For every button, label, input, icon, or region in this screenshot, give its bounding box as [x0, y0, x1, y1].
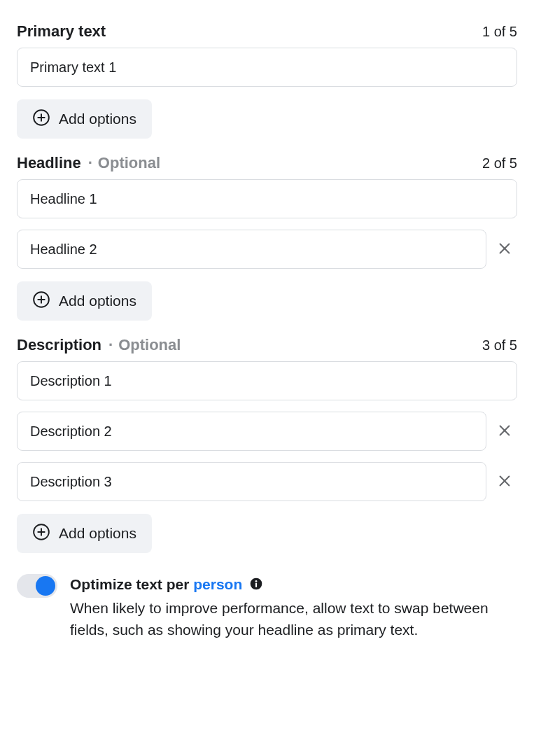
primary-text-counter: 1 of 5: [482, 24, 517, 40]
close-icon: [497, 241, 512, 258]
add-options-label: Add options: [59, 525, 136, 542]
close-icon: [497, 473, 512, 491]
plus-circle-icon: [32, 523, 50, 545]
headline-label: Headline: [17, 154, 81, 172]
close-icon: [497, 423, 512, 440]
description-input-3[interactable]: [17, 462, 486, 501]
add-options-label: Add options: [59, 293, 136, 309]
description-optional-label: Optional: [118, 336, 181, 354]
svg-point-16: [255, 580, 258, 582]
primary-text-input-1[interactable]: [17, 48, 517, 87]
headline-remove-button-2[interactable]: [492, 237, 517, 262]
description-header: Description · Optional 3 of 5: [17, 336, 517, 354]
headline-input-2[interactable]: [17, 230, 486, 269]
description-label: Description: [17, 336, 101, 354]
headline-header: Headline · Optional 2 of 5: [17, 154, 517, 172]
description-input-1[interactable]: [17, 361, 517, 400]
plus-circle-icon: [32, 108, 50, 130]
description-section: Description · Optional 3 of 5: [17, 336, 517, 553]
optimize-text-toggle[interactable]: [17, 574, 57, 598]
primary-text-label: Primary text: [17, 22, 106, 41]
headline-counter: 2 of 5: [482, 155, 517, 172]
description-remove-button-3[interactable]: [492, 469, 517, 494]
primary-text-header: Primary text 1 of 5: [17, 22, 517, 41]
optimize-title: Optimize text per person: [70, 574, 517, 595]
headline-add-options-button[interactable]: Add options: [17, 281, 152, 321]
description-remove-button-2[interactable]: [492, 419, 517, 444]
description-add-options-button[interactable]: Add options: [17, 514, 152, 553]
plus-circle-icon: [32, 290, 50, 312]
primary-text-add-options-button[interactable]: Add options: [17, 99, 152, 139]
optimize-person-link[interactable]: person: [193, 576, 242, 592]
optimize-title-prefix: Optimize text per: [70, 576, 193, 592]
optimize-description: When likely to improve performance, allo…: [70, 598, 517, 640]
primary-text-section: Primary text 1 of 5 Add options: [17, 22, 517, 139]
description-input-2[interactable]: [17, 412, 486, 451]
headline-input-1[interactable]: [17, 179, 517, 218]
headline-optional-label: Optional: [98, 154, 160, 172]
headline-separator: ·: [84, 154, 95, 172]
description-separator: ·: [104, 336, 115, 354]
info-icon[interactable]: [249, 577, 263, 591]
svg-rect-17: [255, 583, 257, 588]
optimize-text-row: Optimize text per person When likely to …: [17, 574, 517, 640]
add-options-label: Add options: [59, 111, 136, 127]
headline-section: Headline · Optional 2 of 5: [17, 154, 517, 321]
description-counter: 3 of 5: [482, 337, 517, 354]
